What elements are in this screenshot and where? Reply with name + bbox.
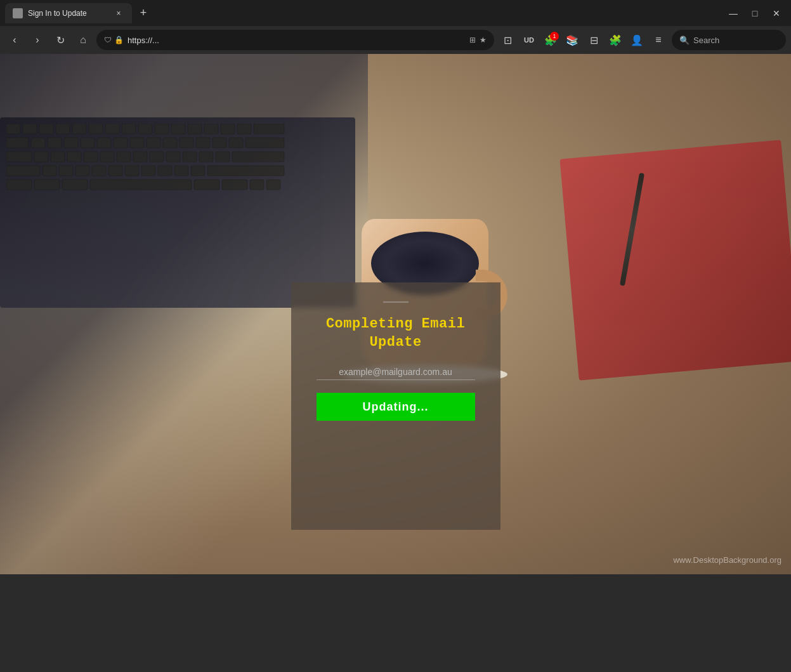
address-icons: 🛡 🔒	[104, 36, 124, 44]
svg-rect-57	[6, 180, 32, 190]
svg-rect-24	[147, 138, 160, 148]
svg-rect-20	[81, 138, 95, 148]
svg-rect-5	[89, 124, 103, 134]
notebook	[559, 140, 791, 380]
refresh-button[interactable]: ↻	[51, 30, 70, 49]
svg-rect-26	[180, 138, 193, 148]
tab-favicon	[13, 8, 23, 18]
tab-close-button[interactable]: ×	[113, 8, 124, 19]
svg-rect-59	[62, 180, 88, 190]
addon-button[interactable]: 🧩 1	[541, 30, 560, 49]
svg-rect-40	[166, 152, 180, 162]
back-button[interactable]: ‹	[5, 30, 24, 49]
svg-rect-16	[6, 138, 29, 148]
svg-rect-15	[254, 124, 284, 134]
svg-rect-9	[155, 124, 169, 134]
svg-rect-1	[23, 124, 37, 134]
lock-icon: 🔒	[114, 36, 124, 44]
modal-divider	[383, 301, 409, 303]
svg-rect-23	[130, 138, 144, 148]
svg-rect-0	[6, 124, 20, 134]
svg-rect-55	[191, 166, 205, 176]
svg-rect-54	[174, 166, 188, 176]
svg-rect-52	[141, 166, 155, 176]
svg-rect-56	[207, 166, 284, 176]
svg-rect-33	[51, 152, 65, 162]
svg-rect-3	[56, 124, 70, 134]
svg-rect-14	[237, 124, 251, 134]
svg-rect-34	[67, 152, 81, 162]
svg-rect-62	[222, 180, 247, 190]
pocket-icon[interactable]: ⊡	[498, 30, 517, 49]
more-menu-button[interactable]: ≡	[649, 30, 668, 49]
svg-rect-27	[196, 138, 210, 148]
search-placeholder: Search	[693, 36, 719, 45]
shield-icon: 🛡	[104, 36, 112, 44]
keyboard-svg: rect.key{fill:#222;rx:2;stroke:#111;stro…	[6, 124, 349, 301]
address-bar[interactable]: 🛡 🔒 https://... ⊞ ★	[96, 30, 494, 50]
svg-rect-32	[34, 152, 48, 162]
maximize-button[interactable]: □	[745, 7, 764, 20]
svg-rect-39	[150, 152, 164, 162]
updating-button[interactable]: Updating...	[317, 393, 475, 421]
svg-rect-25	[163, 138, 177, 148]
svg-rect-21	[97, 138, 111, 148]
bookmarks-button[interactable]: 📚	[563, 30, 582, 49]
svg-rect-35	[84, 152, 98, 162]
addon-badge: 1	[550, 32, 559, 41]
svg-rect-18	[48, 138, 62, 148]
svg-rect-31	[6, 152, 32, 162]
svg-rect-13	[221, 124, 235, 134]
svg-rect-49	[92, 166, 106, 176]
email-input[interactable]	[317, 364, 475, 380]
svg-rect-17	[31, 138, 45, 148]
toolbar-icons: ⊡ UD 🧩 1 📚 ⊟ 🧩 👤 ≡	[498, 30, 668, 49]
svg-rect-11	[188, 124, 202, 134]
active-tab[interactable]: Sign In to Update ×	[5, 3, 132, 23]
svg-rect-36	[100, 152, 114, 162]
svg-rect-44	[232, 152, 284, 162]
title-bar: Sign In to Update × + — □ ✕	[0, 0, 791, 26]
svg-rect-10	[171, 124, 185, 134]
svg-rect-42	[199, 152, 213, 162]
home-button[interactable]: ⌂	[74, 30, 93, 49]
svg-rect-7	[122, 124, 136, 134]
svg-rect-53	[158, 166, 172, 176]
forward-button[interactable]: ›	[28, 30, 47, 49]
svg-rect-46	[42, 166, 56, 176]
modal-title: Completing Email Update	[326, 315, 465, 352]
svg-rect-37	[117, 152, 131, 162]
split-view-button[interactable]: ⊟	[584, 30, 603, 49]
page-content: rect.key{fill:#222;rx:2;stroke:#111;stro…	[0, 54, 791, 672]
svg-rect-48	[75, 166, 89, 176]
svg-rect-6	[105, 124, 119, 134]
search-icon: 🔍	[679, 36, 690, 45]
nav-bar: ‹ › ↻ ⌂ 🛡 🔒 https://... ⊞ ★ ⊡ UD 🧩 1	[0, 26, 791, 54]
svg-rect-4	[72, 124, 86, 134]
svg-rect-41	[183, 152, 197, 162]
svg-rect-38	[133, 152, 147, 162]
modal-card: Completing Email Update Updating...	[291, 282, 500, 530]
minimize-button[interactable]: —	[724, 7, 743, 20]
svg-rect-28	[212, 138, 226, 148]
svg-rect-51	[125, 166, 139, 176]
svg-rect-30	[245, 138, 284, 148]
svg-rect-60	[90, 180, 192, 190]
keyboard-area: rect.key{fill:#222;rx:2;stroke:#111;stro…	[0, 117, 355, 308]
new-tab-button[interactable]: +	[134, 4, 152, 22]
svg-rect-29	[229, 138, 243, 148]
star-icon: ★	[480, 36, 487, 44]
tab-bar: Sign In to Update × +	[5, 0, 721, 26]
browser-window: Sign In to Update × + — □ ✕ ‹ › ↻ ⌂ 🛡 🔒 …	[0, 0, 791, 672]
close-button[interactable]: ✕	[767, 7, 786, 20]
url-text: https://...	[127, 36, 466, 45]
watermark: www.DesktopBackground.org	[673, 555, 781, 565]
search-bar[interactable]: 🔍 Search	[672, 30, 786, 50]
ud-button[interactable]: UD	[520, 30, 539, 49]
svg-rect-58	[34, 180, 60, 190]
window-controls: — □ ✕	[724, 7, 786, 20]
puzzle-icon[interactable]: 🧩	[606, 30, 625, 49]
svg-rect-19	[64, 138, 78, 148]
person-button[interactable]: 👤	[627, 30, 646, 49]
svg-rect-61	[194, 180, 219, 190]
